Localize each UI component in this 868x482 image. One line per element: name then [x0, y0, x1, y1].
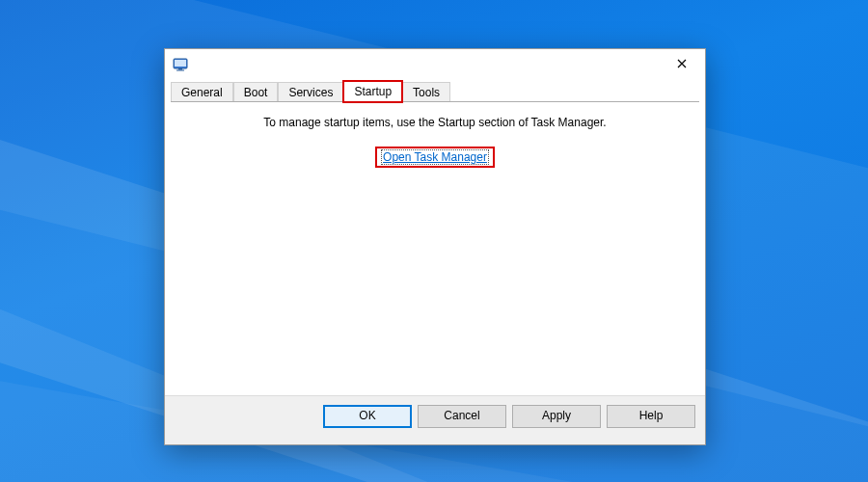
- msconfig-window: General Boot Services Startup Tools To m…: [164, 48, 706, 445]
- dialog-button-row: OK Cancel Apply Help: [165, 395, 705, 444]
- tab-services[interactable]: Services: [278, 82, 343, 102]
- startup-tab-page: To manage startup items, use the Startup…: [171, 101, 699, 389]
- ok-button[interactable]: OK: [323, 405, 412, 428]
- close-button[interactable]: [661, 49, 703, 78]
- msconfig-icon: [173, 56, 188, 71]
- tab-tools[interactable]: Tools: [402, 82, 450, 102]
- titlebar: [165, 49, 705, 78]
- startup-instruction-text: To manage startup items, use the Startup…: [171, 116, 699, 129]
- svg-rect-1: [175, 60, 186, 67]
- tab-general[interactable]: General: [171, 82, 233, 102]
- open-task-manager-link[interactable]: Open Task Manager: [381, 149, 489, 165]
- tab-startup[interactable]: Startup: [343, 81, 402, 102]
- tab-boot[interactable]: Boot: [233, 82, 279, 102]
- tab-strip: General Boot Services Startup Tools: [165, 78, 705, 101]
- cancel-button[interactable]: Cancel: [418, 405, 506, 428]
- apply-button[interactable]: Apply: [512, 405, 601, 428]
- svg-rect-2: [178, 68, 182, 70]
- open-task-manager-highlight: Open Task Manager: [375, 147, 495, 168]
- desktop-background: General Boot Services Startup Tools To m…: [0, 0, 868, 482]
- help-button[interactable]: Help: [607, 405, 695, 428]
- svg-rect-3: [176, 70, 184, 71]
